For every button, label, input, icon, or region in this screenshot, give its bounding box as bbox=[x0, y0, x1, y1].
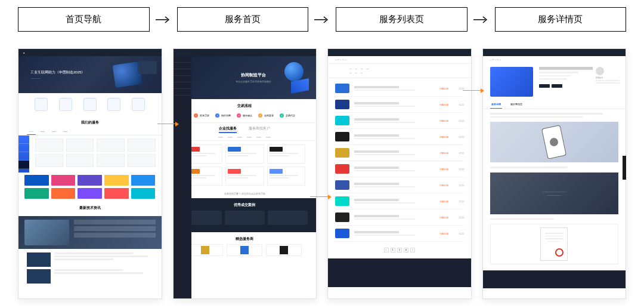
hero-title: 协同制造平台 bbox=[241, 72, 266, 78]
flow-step-2: 服务首页 bbox=[177, 7, 309, 32]
price: ¥300.00 bbox=[440, 152, 454, 155]
step-label: 合同签署 bbox=[264, 115, 274, 117]
list-item: ¥300.00 bbox=[335, 161, 464, 177]
price: ¥300.00 bbox=[440, 168, 454, 171]
providers-row bbox=[174, 244, 317, 260]
notice-panel bbox=[138, 61, 157, 74]
tab-provider: 服务商信息 bbox=[509, 100, 524, 109]
step-label: 交易付款 bbox=[286, 115, 295, 117]
hero-subtitle: 专业企业服务需求与资源对接服务 bbox=[236, 80, 271, 83]
section-title: 最新技术资讯 bbox=[18, 201, 162, 214]
footer bbox=[483, 270, 626, 288]
certificate-image bbox=[490, 224, 619, 264]
hero-subtitle: ———— bbox=[30, 76, 85, 79]
connector-line bbox=[463, 90, 482, 91]
news-hero bbox=[18, 216, 162, 249]
price: ¥300.00 bbox=[440, 135, 454, 138]
tab: —— bbox=[27, 128, 36, 135]
screens-row: ● 工业互联网助力《中国制造2025》 ———— 我们的服务 —— bbox=[18, 48, 626, 299]
connector-line bbox=[157, 124, 177, 124]
more-link: 没有找到需要？ 你也可以点击发布需求 bbox=[174, 189, 317, 198]
tab-detail: 服务详情 bbox=[490, 100, 502, 109]
price: ¥300.00 bbox=[440, 119, 454, 122]
preview-image bbox=[490, 67, 533, 97]
top-nav bbox=[174, 49, 317, 56]
hero-banner: 协同制造平台 专业企业服务需求与资源对接服务 bbox=[191, 56, 317, 99]
price: ¥300.00 bbox=[440, 200, 454, 203]
tab: —— bbox=[61, 128, 70, 135]
breadcrumb: — > — > — bbox=[483, 56, 626, 63]
step-label: 服务确认 bbox=[243, 115, 252, 117]
price: ¥300.00 bbox=[440, 216, 454, 219]
tab: —— bbox=[49, 128, 58, 135]
step-label: 报价协商 bbox=[221, 115, 231, 117]
feature-icon bbox=[35, 98, 48, 111]
top-nav bbox=[483, 49, 626, 56]
logo: ● bbox=[23, 51, 24, 54]
contact-panel: 客服咨询 bbox=[596, 67, 620, 84]
section-title: 我们的服务 bbox=[18, 116, 162, 128]
section-title: 交易流程 bbox=[174, 99, 317, 111]
arrow-icon bbox=[472, 16, 490, 24]
feature-icon bbox=[59, 98, 72, 111]
price: ¥300.00 bbox=[440, 87, 454, 90]
price: ¥300.00 bbox=[440, 103, 454, 106]
section-title: 精选服务商 bbox=[174, 232, 317, 244]
contact-label: 客服咨询 bbox=[596, 76, 620, 79]
tab-active: 企业找服务 bbox=[219, 127, 237, 133]
service-list: ¥300.00 ¥300.00 ¥300.00 ¥300.00 ¥300.00 … bbox=[328, 78, 471, 244]
list-item: ¥300.00 bbox=[335, 193, 464, 210]
articles-list bbox=[18, 249, 162, 289]
tab: 服务商找客户 bbox=[249, 127, 270, 133]
section-tabs: 企业找服务 服务商找客户 bbox=[174, 122, 317, 137]
pagination: ‹123› bbox=[328, 244, 471, 256]
feature-icons bbox=[18, 93, 162, 116]
detail-tabs: 服务详情 服务商信息 bbox=[483, 100, 626, 109]
news-image bbox=[24, 220, 69, 245]
connector-line bbox=[310, 196, 329, 197]
list-item: ¥300.00 bbox=[335, 81, 464, 97]
media-grid bbox=[18, 173, 162, 201]
service-title bbox=[539, 67, 593, 70]
list-item: ¥300.00 bbox=[335, 145, 464, 161]
flow-diagram: 首页导航 服务首页 服务列表页 服务详情页 bbox=[18, 7, 626, 32]
flow-step-3: 服务列表页 bbox=[336, 7, 467, 32]
banner-text: ———————————————— bbox=[542, 190, 566, 196]
list-item: ¥300.00 bbox=[335, 113, 464, 129]
breadcrumb: — > — > — bbox=[328, 56, 471, 64]
flow-step-1: 首页导航 bbox=[18, 7, 150, 32]
hero-graphic bbox=[279, 62, 309, 92]
sidebar bbox=[174, 56, 191, 298]
list-item: ¥300.00 bbox=[335, 226, 464, 242]
list-item: ¥300.00 bbox=[335, 97, 464, 113]
price: ¥300.00 bbox=[440, 232, 454, 235]
step-label: 发布需求 bbox=[200, 115, 209, 117]
screenshot-service-home: 协同制造平台 专业企业服务需求与资源对接服务 交易流程 1发布需求 2报价协商 … bbox=[173, 48, 317, 299]
list-item: ¥300.00 bbox=[335, 210, 464, 226]
seal-icon bbox=[555, 248, 564, 257]
avatar bbox=[596, 67, 604, 75]
list-item: ¥300.00 bbox=[335, 129, 464, 145]
services-tabs: —— —— —— —— bbox=[18, 128, 162, 135]
hero-banner: 工业互联网助力《中国制造2025》 ———— bbox=[18, 56, 162, 93]
filters: ———— ——— bbox=[328, 64, 471, 78]
screenshot-service-detail: — > — > — 客服咨询 服务详情 服务商信息 bbox=[482, 48, 627, 299]
hero-title: 工业互联网助力《中国制造2025》 bbox=[30, 70, 85, 75]
flow-step-4: 服务详情页 bbox=[495, 7, 627, 32]
process-steps: 1发布需求 2报价协商 3服务确认 4合同签署 5交易付款 bbox=[174, 111, 317, 122]
arrow-icon bbox=[154, 16, 172, 24]
side-nav bbox=[18, 135, 29, 173]
content-image: ———————————————— bbox=[490, 173, 619, 214]
feature-icon bbox=[107, 98, 120, 111]
footer bbox=[328, 258, 471, 287]
feature-icon bbox=[132, 98, 145, 111]
screenshot-homepage: ● 工业互联网助力《中国制造2025》 ———— 我们的服务 —— bbox=[18, 48, 162, 299]
side-handle bbox=[623, 156, 626, 180]
detail-content: ———————————————— bbox=[483, 109, 626, 270]
section-title: 优秀成交案例 bbox=[182, 203, 308, 207]
price: ¥300.00 bbox=[440, 184, 454, 187]
screenshot-service-list: — > — > — ———— ——— ¥300.00 ¥300.00 ¥300.… bbox=[327, 48, 472, 299]
top-nav bbox=[328, 49, 471, 56]
content-image bbox=[490, 122, 619, 162]
arrow-icon bbox=[313, 16, 331, 24]
